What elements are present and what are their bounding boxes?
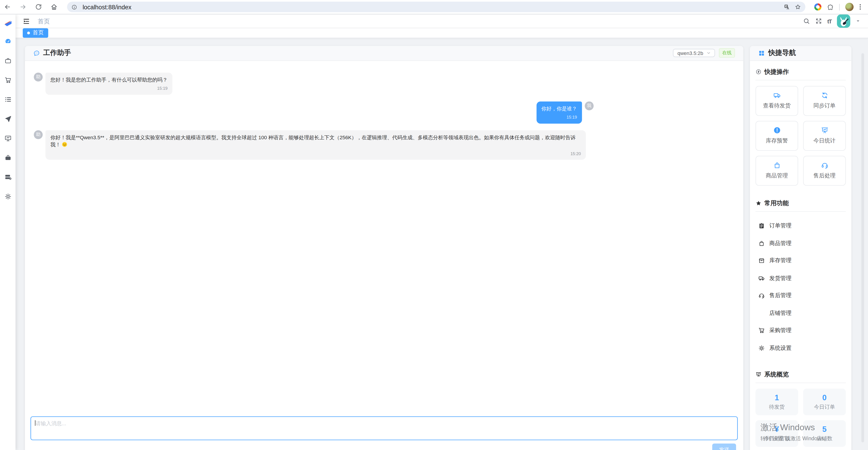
gear-icon[interactable] — [4, 193, 11, 200]
menu-item-label: 发货管理 — [769, 274, 792, 282]
message-text: 你好！我是**Qwen3.5**，是阿里巴巴通义实验室研发的超大规模语言模型。我… — [51, 134, 576, 148]
sidebar-toggle-icon[interactable] — [23, 18, 30, 25]
bookmark-star-icon[interactable] — [795, 4, 801, 10]
message-bubble: 您好！我是您的工作助手，有什么可以帮助您的吗？15:19 — [45, 72, 173, 94]
message-row-assistant: 助你好！我是**Qwen3.5**，是阿里巴巴通义实验室研发的超大规模语言模型。… — [34, 130, 594, 160]
profile-avatar[interactable] — [845, 3, 854, 11]
order-icon — [758, 222, 765, 229]
url-text[interactable]: localhost:88/index — [83, 4, 131, 10]
menu-item[interactable]: 发货管理 — [755, 269, 846, 287]
composer: 发送 — [25, 416, 743, 450]
scrollbar-thumb[interactable] — [861, 53, 864, 442]
star-icon — [755, 200, 762, 206]
bag-icon — [758, 240, 765, 246]
tab-label: 首页 — [33, 29, 44, 37]
status-badge: 在线 — [719, 48, 735, 57]
menu-item[interactable]: 库存管理 — [755, 252, 846, 269]
address-bar[interactable]: localhost:88/index — [67, 2, 805, 12]
bag-icon — [773, 161, 781, 169]
menu-item[interactable]: 售后管理 — [755, 287, 846, 304]
monitor-icon[interactable] — [4, 135, 11, 142]
stat-label: 今日订单 — [814, 403, 835, 411]
package-icon — [758, 258, 765, 264]
menu-item[interactable]: 订单管理 — [755, 217, 846, 234]
system-overview-section: 系统概览 1待发货0今日订单¥今日销售额5店铺数 — [755, 370, 846, 447]
quick-action-card[interactable]: 同步订单 — [803, 86, 846, 116]
search-icon[interactable] — [803, 18, 809, 24]
text-size-icon[interactable]: tT — [827, 18, 831, 24]
headset-icon — [758, 292, 765, 299]
message-list[interactable]: 助您好！我是您的工作助手，有什么可以帮助您的吗？15:19我你好，你是谁？15:… — [25, 61, 743, 416]
app-header: 首页 tT — [16, 14, 868, 28]
home-icon[interactable] — [51, 3, 58, 11]
message-bubble: 你好，你是谁？15:19 — [536, 101, 582, 124]
menu-item[interactable]: 系统设置 — [755, 339, 846, 357]
breadcrumb[interactable]: 首页 — [38, 17, 50, 25]
plane-icon[interactable] — [4, 115, 11, 123]
cart-icon[interactable] — [4, 77, 11, 84]
active-tab-dot — [27, 32, 30, 34]
quick-action-card[interactable]: 售后处理 — [803, 156, 846, 186]
stat-label: 店铺数 — [817, 435, 833, 442]
truck-icon — [758, 275, 765, 281]
translate-icon[interactable] — [784, 4, 790, 10]
board-icon — [820, 126, 828, 134]
icon-placeholder — [758, 310, 765, 317]
stat-card: ¥今日销售额 — [755, 420, 798, 447]
dashboard-icon[interactable] — [4, 38, 11, 45]
fullscreen-icon[interactable] — [815, 18, 822, 24]
message-time: 15:19 — [541, 115, 577, 121]
avatar: 助 — [34, 130, 43, 139]
toolbox-icon[interactable] — [4, 154, 11, 161]
section-title: 快捷操作 — [765, 67, 789, 76]
quick-action-label: 商品管理 — [766, 172, 788, 180]
section-title: 系统概览 — [765, 370, 789, 379]
puzzle-extensions-icon[interactable] — [827, 4, 834, 10]
tab-home[interactable]: 首页 — [23, 28, 48, 37]
cart-icon — [758, 327, 765, 334]
list-icon[interactable] — [4, 96, 11, 103]
menu-item[interactable]: 店铺管理 — [755, 304, 846, 322]
send-button[interactable]: 发送 — [712, 443, 736, 450]
quick-action-label: 今日统计 — [813, 137, 836, 145]
model-select-value: qwen3.5:2b — [678, 50, 703, 56]
server-icon[interactable] — [4, 174, 11, 181]
stat-value: 5 — [823, 424, 827, 433]
quick-action-card[interactable]: 商品管理 — [755, 156, 798, 186]
stat-value: ¥ — [775, 424, 779, 433]
left-sidebar — [0, 14, 16, 450]
truck-icon — [773, 92, 781, 99]
quick-action-label: 同步订单 — [813, 102, 836, 110]
stat-label: 待发货 — [769, 403, 785, 411]
user-avatar[interactable] — [837, 14, 850, 28]
message-time: 15:19 — [51, 86, 167, 92]
headset-icon — [820, 161, 828, 169]
quick-action-card[interactable]: 查看待发货 — [755, 86, 798, 116]
chat-assistant-card: 工作助手 qwen3.5:2b 在线 助您好！我是您的工作助手，有什么可以帮助您… — [25, 46, 743, 450]
avatar: 助 — [34, 72, 43, 81]
page-content: 工作助手 qwen3.5:2b 在线 助您好！我是您的工作助手，有什么可以帮助您… — [16, 38, 868, 450]
message-input[interactable] — [30, 416, 738, 440]
menu-item[interactable]: 采购管理 — [755, 322, 846, 339]
menu-item[interactable]: 商品管理 — [755, 234, 846, 252]
extension-ring-icon[interactable] — [814, 3, 822, 11]
menu-item-label: 店铺管理 — [769, 309, 792, 317]
model-select[interactable]: qwen3.5:2b — [673, 49, 715, 57]
stat-label: 今日销售额 — [764, 435, 790, 442]
message-bubble: 你好！我是**Qwen3.5**，是阿里巴巴通义实验室研发的超大规模语言模型。我… — [45, 130, 586, 160]
back-icon[interactable] — [4, 3, 11, 11]
quick-action-label: 库存预警 — [766, 137, 788, 145]
quick-action-card[interactable]: 库存预警 — [755, 121, 798, 151]
menu-item-label: 售后管理 — [769, 292, 792, 299]
message-row-user: 我你好，你是谁？15:19 — [34, 101, 594, 124]
forward-icon[interactable] — [19, 3, 27, 11]
briefcase-icon[interactable] — [4, 57, 11, 64]
stat-value: 1 — [775, 393, 779, 401]
reload-icon[interactable] — [35, 3, 42, 11]
caret-down-icon[interactable] — [856, 19, 860, 23]
menu-item-label: 商品管理 — [769, 239, 792, 247]
info-icon[interactable] — [71, 4, 77, 9]
avatar: 我 — [585, 101, 594, 110]
quick-action-card[interactable]: 今日统计 — [803, 121, 846, 151]
kebab-menu-icon[interactable] — [859, 3, 861, 11]
